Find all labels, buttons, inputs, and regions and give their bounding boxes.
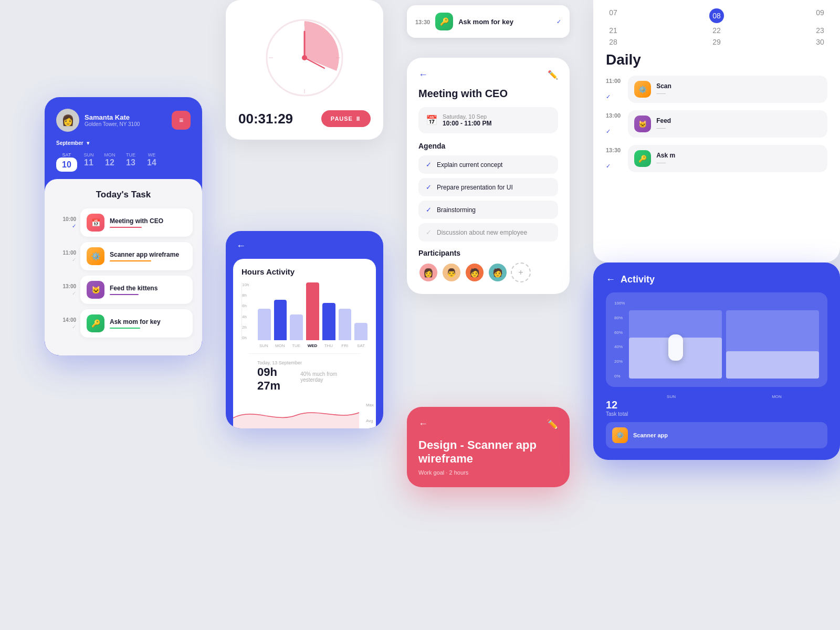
tl-card-scan[interactable]: ⚙️ Scan —— [628, 76, 827, 103]
check-icon: ✓ [426, 161, 432, 169]
task-icon-scanner: ⚙️ [87, 247, 104, 265]
day-item-wed[interactable]: WE 14 [142, 152, 161, 172]
participant-2: 👨 [442, 262, 461, 282]
tl-check-icon: ✓ [606, 163, 621, 170]
calendar-section: September ▾ SAT 10 SUN 11 MON 12 TUE 13 … [45, 140, 202, 179]
day-item-mon[interactable]: MON 12 [100, 152, 119, 172]
daily-title: Daily [593, 51, 840, 76]
calendar-icon: 📅 [426, 114, 437, 126]
user-location: Golden Tower, NY 3100 [85, 121, 140, 127]
ar-task-icon: ⚙️ [612, 427, 628, 443]
activity-card: ← Hours Activity 10h 8h 6h 4h 2h 0h [226, 231, 383, 428]
task-icon-mom: 🔑 [87, 314, 104, 332]
days-row: SAT 10 SUN 11 MON 12 TUE 13 WE 14 [56, 152, 191, 172]
timer-clock [238, 16, 371, 100]
timer-display: 00:31:29 PAUSE ⏸ [238, 110, 371, 127]
user-name: Samanta Kate [85, 113, 140, 121]
tl-name-ask: Ask m —— [656, 152, 675, 165]
user-details: Samanta Kate Golden Tower, NY 3100 [85, 113, 140, 127]
task-card-mom[interactable]: 🔑 Ask mom for key [80, 309, 193, 338]
bar-chart: 10h 8h 6h 4h 2h 0h [242, 282, 368, 340]
meeting-back-button[interactable]: ← [418, 69, 428, 80]
meeting-detail-card: ← ✏️ Meeting with CEO 📅 Saturday, 10 Sep… [407, 58, 570, 294]
participants-row: 👩 👨 🧑 🧑 + [418, 262, 558, 282]
task-card-kittens[interactable]: 🐱 Feed the kittens [80, 276, 193, 304]
bar-thu [322, 303, 335, 341]
day-item-sat[interactable]: SAT 10 [56, 152, 77, 172]
ar-title: Activity [621, 274, 655, 285]
task-info: Scanner app wireframe [110, 251, 179, 261]
ar-y-axis: 100% 80% 60% 40% 20% 0% [614, 301, 625, 379]
scanner-edit-icon[interactable]: ✏️ [547, 418, 558, 430]
meeting-nav: ← ✏️ [418, 69, 558, 80]
back-button[interactable]: ← [236, 240, 246, 251]
meeting-title: Meeting with CEO [418, 88, 558, 100]
slider-handle[interactable] [668, 334, 683, 361]
menu-button[interactable]: ≡ [172, 111, 191, 130]
scanner-title: Design - Scanner app wireframe [418, 438, 558, 466]
agenda-text-3: Brainstorming [437, 206, 476, 214]
pause-button[interactable]: PAUSE ⏸ [321, 110, 371, 127]
day-item-sun[interactable]: SUN 11 [79, 152, 98, 172]
timer-card: 00:31:29 PAUSE ⏸ [226, 0, 383, 140]
agenda-item-1: ✓ Explain current concept [418, 155, 558, 174]
month-row: September ▾ [56, 140, 191, 146]
task-card-scanner[interactable]: ⚙️ Scanner app wireframe [80, 242, 193, 270]
check-icon: ✓ [426, 206, 432, 214]
day-item-tue[interactable]: TUE 13 [121, 152, 140, 172]
activity-wave: Max Avg [233, 397, 376, 428]
task-time-col: 14:00 ✓ [54, 317, 76, 330]
activity-nav: ← [226, 231, 383, 251]
mini-task-name: Ask mom for key [458, 18, 513, 26]
task-underline [110, 260, 151, 261]
edit-icon[interactable]: ✏️ [548, 70, 558, 80]
bar-chart-wrap: 10h 8h 6h 4h 2h 0h SUN MON TUE W [242, 282, 368, 353]
task-time-col: 11:00 ✓ [54, 250, 76, 262]
mini-time-col: 13:30 [415, 17, 430, 26]
clock-svg [262, 16, 346, 100]
ar-bars [629, 301, 819, 379]
task-time-col: 13:00 ✓ [54, 284, 76, 296]
task-info: Ask mom for key [110, 318, 161, 329]
participant-4: 🧑 [488, 262, 508, 282]
mini-task-card: 13:30 🔑 Ask mom for key ✓ [407, 5, 570, 38]
ar-task-item[interactable]: ⚙️ Scanner app [606, 422, 827, 448]
bar-wed [306, 282, 319, 340]
task-card-meeting[interactable]: 📅 Meeting with CEO [80, 208, 193, 237]
tl-name-scan: Scan —— [656, 82, 671, 96]
ar-bar-col-mon [726, 310, 819, 379]
meeting-date-card: 📅 Saturday, 10 Sep 10:00 - 11:00 PM [418, 107, 558, 133]
tl-card-ask[interactable]: 🔑 Ask m —— [628, 145, 827, 172]
ar-stat-label: Task total [606, 411, 628, 417]
month-label: September [56, 140, 83, 146]
chart-area: Hours Activity 10h 8h 6h 4h 2h 0h [233, 259, 376, 397]
stats-percent: 40% much from yesterday [300, 371, 352, 383]
task-info: Feed the kittens [110, 285, 158, 295]
check-icon: ✓ [426, 183, 432, 191]
bar-sun [258, 309, 271, 341]
task-list-body: Today's Task 10:00 ✓ 📅 Meeting with CEO … [45, 179, 202, 355]
daily-card: 07 08 09 21 22 23 28 29 30 Daily 11:00 ✓… [593, 0, 840, 262]
tl-time-col: 13:00 ✓ [606, 110, 621, 135]
task-row-scanner: 11:00 ✓ ⚙️ Scanner app wireframe [54, 242, 193, 270]
timeline-row-1330: 13:30 ✓ 🔑 Ask m —— [606, 145, 827, 172]
ar-bar-col-sun [629, 310, 722, 379]
ar-task-name: Scanner app [633, 432, 668, 438]
add-participant-button[interactable]: + [511, 262, 531, 282]
scanner-back-button[interactable]: ← [418, 418, 428, 430]
ar-back-button[interactable]: ← [606, 274, 615, 285]
tl-check-icon: ✓ [606, 128, 621, 135]
meeting-time: 10:00 - 11:00 PM [443, 120, 491, 127]
task-row-kittens: 13:00 ✓ 🐱 Feed the kittens [54, 276, 193, 304]
agenda-item-2: ✓ Prepare presentation for UI [418, 178, 558, 196]
date-text: Saturday, 10 Sep 10:00 - 11:00 PM [443, 113, 491, 127]
tl-card-feed[interactable]: 🐱 Feed —— [628, 110, 827, 138]
chart-y-labels: 10h 8h 6h 4h 2h 0h [242, 282, 249, 340]
task-name-kittens: Feed the kittens [110, 285, 158, 292]
bar-tue [290, 314, 303, 341]
task-name-scanner: Scanner app wireframe [110, 251, 179, 258]
agenda-item-3: ✓ Brainstorming [418, 201, 558, 219]
mini-task-icon: 🔑 [435, 13, 453, 30]
scanner-subtitle: Work goal · 2 hours [418, 469, 558, 476]
chevron-down-icon[interactable]: ▾ [87, 140, 89, 146]
